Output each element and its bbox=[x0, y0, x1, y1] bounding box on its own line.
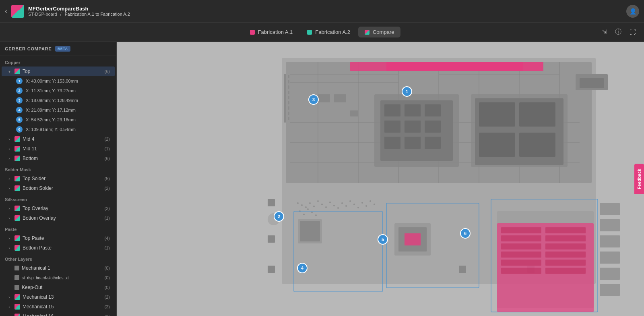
tab-fab-a2-dot bbox=[307, 30, 312, 35]
layer-icon-mid4 bbox=[14, 136, 20, 142]
feedback-tab[interactable]: Feedback bbox=[634, 164, 644, 194]
layer-row-mid4[interactable]: › Mid 4 (2) bbox=[2, 134, 115, 144]
gerber-compare-title: GERBER COMPARE bbox=[5, 46, 52, 51]
tab-group: Fabrication A.1 Fabrication A.2 Compare bbox=[244, 27, 401, 37]
layer-row-mech13[interactable]: › Mechanical 13 (2) bbox=[2, 292, 115, 302]
layer-row-top[interactable]: ▾ Top (6) bbox=[2, 67, 115, 76]
chevron-bottom-overlay: › bbox=[6, 215, 12, 221]
svg-rect-90 bbox=[501, 235, 541, 241]
info-icon[interactable]: ⓘ bbox=[613, 26, 623, 38]
sub-item-3[interactable]: 3 X: 18.09mm; Y: 128.49mm bbox=[0, 96, 116, 105]
layer-row-mech1[interactable]: Mechanical 1 (0) bbox=[2, 263, 115, 273]
svg-rect-76 bbox=[268, 266, 275, 273]
svg-point-72 bbox=[311, 212, 313, 213]
layer-row-mech15[interactable]: › Mechanical 15 (2) bbox=[2, 302, 115, 312]
svg-rect-47 bbox=[334, 94, 346, 102]
sub-text-3: X: 18.09mm; Y: 128.49mm bbox=[26, 98, 78, 103]
tab-fab-a1[interactable]: Fabrication A.1 bbox=[244, 27, 299, 37]
layer-count-top-paste: (4) bbox=[105, 236, 110, 241]
layer-row-mech16[interactable]: › Mechanical 16 (1) bbox=[2, 312, 115, 316]
layer-count-mech1: (0) bbox=[105, 266, 110, 270]
marker-1[interactable]: 1 bbox=[402, 86, 412, 97]
svg-rect-31 bbox=[425, 104, 441, 116]
layer-name-bottom-paste: Bottom Paste bbox=[23, 245, 102, 251]
marker-3[interactable]: 3 bbox=[308, 94, 319, 105]
layer-icon-bottom-paste bbox=[14, 245, 20, 251]
app-name: MFGerberCompareBash bbox=[28, 6, 130, 12]
sub-dot-5: 5 bbox=[16, 116, 23, 123]
tab-compare[interactable]: Compare bbox=[358, 27, 400, 37]
layer-name-mid4: Mid 4 bbox=[23, 136, 102, 142]
tab-fab-a1-label: Fabrication A.1 bbox=[258, 29, 293, 35]
layer-name-mech13: Mechanical 13 bbox=[23, 294, 102, 300]
marker-4[interactable]: 4 bbox=[297, 263, 308, 273]
canvas-area[interactable]: 1 2 3 4 5 6 Feedback bbox=[117, 42, 644, 316]
layer-count-mech15: (2) bbox=[105, 304, 110, 309]
back-button[interactable]: ‹ bbox=[5, 7, 7, 15]
svg-point-65 bbox=[361, 202, 363, 204]
svg-rect-48 bbox=[350, 110, 358, 116]
sidebar-header: GERBER COMPARE BETA bbox=[0, 42, 116, 56]
layer-count-bottom-solder: (2) bbox=[105, 186, 110, 191]
layer-count-top-solder: (5) bbox=[105, 176, 110, 181]
beta-badge: BETA bbox=[55, 46, 70, 52]
marker-5[interactable]: 5 bbox=[378, 234, 388, 245]
sub-item-4[interactable]: 4 X: 21.89mm; Y: 17.12mm bbox=[0, 105, 116, 115]
svg-rect-97 bbox=[545, 243, 586, 249]
tab-fab-a2[interactable]: Fabrication A.2 bbox=[301, 27, 357, 37]
layer-row-slotholes[interactable]: st_dsp_board-slotholes.txt (0) bbox=[2, 273, 115, 283]
layer-row-top-solder[interactable]: › Top Solder (5) bbox=[2, 174, 115, 183]
svg-rect-77 bbox=[459, 266, 466, 273]
svg-rect-46 bbox=[318, 94, 330, 102]
marker-2[interactable]: 2 bbox=[274, 211, 284, 222]
layer-name-mech15: Mechanical 15 bbox=[23, 304, 102, 310]
sub-text-1: X: 40.00mm; Y: 153.00mm bbox=[26, 79, 78, 83]
svg-rect-95 bbox=[545, 227, 586, 233]
marker-6[interactable]: 6 bbox=[460, 228, 471, 239]
svg-rect-98 bbox=[545, 252, 586, 258]
sub-item-2[interactable]: 2 X: 11.31mm; Y: 73.27mm bbox=[0, 86, 116, 96]
layer-row-bottom[interactable]: › Bottom (6) bbox=[2, 154, 115, 163]
main-content: GERBER COMPARE BETA Copper ▾ Top (6) 1 X… bbox=[0, 42, 644, 316]
svg-rect-23 bbox=[288, 101, 289, 104]
resize-icon[interactable]: ⇲ bbox=[600, 27, 609, 37]
layer-name-mech1: Mechanical 1 bbox=[22, 265, 102, 271]
fullscreen-icon[interactable]: ⛶ bbox=[628, 27, 638, 37]
sub-item-5[interactable]: 5 X: 54.52mm; Y: 23.16mm bbox=[0, 115, 116, 125]
layer-row-keepout[interactable]: Keep-Out (0) bbox=[2, 283, 115, 292]
breadcrumb-parent[interactable]: ST-DSP-board bbox=[28, 12, 57, 17]
svg-rect-74 bbox=[268, 199, 275, 206]
avatar[interactable]: 👤 bbox=[626, 5, 639, 18]
layer-row-bottom-solder[interactable]: › Bottom Solder (2) bbox=[2, 183, 115, 193]
svg-rect-42 bbox=[479, 133, 515, 157]
svg-rect-96 bbox=[545, 235, 586, 241]
layer-icon-bottom-overlay bbox=[14, 215, 20, 221]
section-silkscreen: Silkscreen bbox=[0, 193, 116, 204]
svg-rect-18 bbox=[288, 75, 289, 78]
layer-row-top-paste[interactable]: › Top Paste (4) bbox=[2, 233, 115, 243]
svg-point-57 bbox=[329, 202, 331, 203]
layer-icon-top bbox=[14, 69, 20, 74]
layer-icon-mech15 bbox=[14, 304, 20, 310]
svg-rect-107 bbox=[386, 62, 543, 71]
layer-row-mid11[interactable]: › Mid 11 (1) bbox=[2, 144, 115, 154]
tab-bar-right: ⇲ ⓘ ⛶ bbox=[600, 26, 638, 38]
svg-point-53 bbox=[313, 206, 315, 207]
layer-count-slotholes: (0) bbox=[105, 275, 110, 280]
layer-row-top-overlay[interactable]: › Top Overlay (2) bbox=[2, 204, 115, 213]
svg-point-51 bbox=[305, 206, 307, 208]
svg-rect-22 bbox=[288, 96, 289, 99]
app-header: ‹ MFGerberCompareBash ST-DSP-board / Fab… bbox=[0, 0, 644, 23]
sub-text-6: X: 109.91mm; Y: 0.54mm bbox=[26, 127, 76, 132]
sub-item-6[interactable]: 6 X: 109.91mm; Y: 0.54mm bbox=[0, 125, 116, 134]
sub-dot-4: 4 bbox=[16, 107, 23, 113]
sub-item-1[interactable]: 1 X: 40.00mm; Y: 153.00mm bbox=[0, 76, 116, 86]
svg-rect-41 bbox=[519, 102, 555, 127]
layer-row-bottom-paste[interactable]: › Bottom Paste (1) bbox=[2, 243, 115, 253]
sub-text-2: X: 11.31mm; Y: 73.27mm bbox=[26, 88, 76, 93]
svg-point-59 bbox=[337, 207, 339, 209]
layer-icon-mid11 bbox=[14, 146, 20, 152]
layer-row-bottom-overlay[interactable]: › Bottom Overlay (1) bbox=[2, 213, 115, 223]
tab-fab-a2-label: Fabrication A.2 bbox=[315, 29, 350, 35]
svg-rect-93 bbox=[501, 260, 541, 266]
